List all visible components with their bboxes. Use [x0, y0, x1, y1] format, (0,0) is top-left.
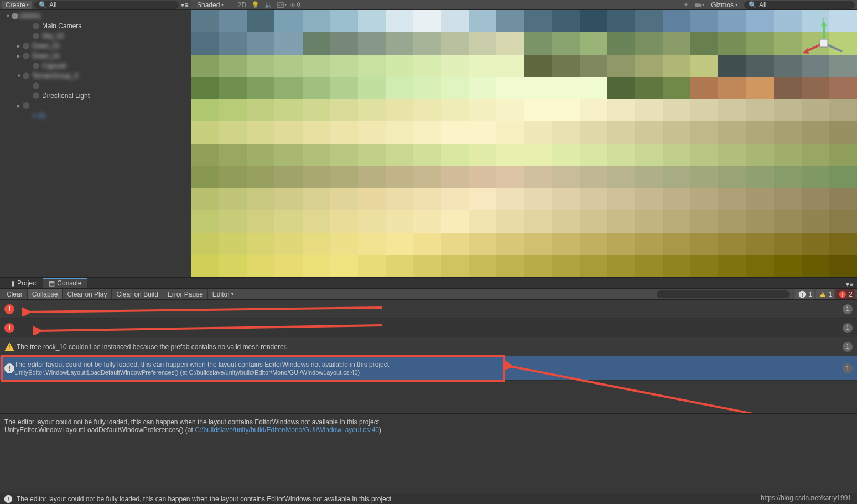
clear-on-play-toggle[interactable]: Clear on Play	[63, 289, 112, 299]
hierarchy-item-label: Down_01	[32, 42, 60, 50]
fx-toggle[interactable]: ▾	[277, 1, 287, 9]
svg-point-2	[292, 4, 294, 6]
gizmos-dropdown[interactable]: Gizmos▾	[708, 1, 741, 9]
eye-icon	[290, 1, 295, 9]
panel-context-menu-button[interactable]: ▾≡	[846, 280, 854, 288]
console-status-bar[interactable]: ! The editor layout could not be fully l…	[0, 493, 857, 504]
warning-icon	[4, 342, 14, 351]
hierarchy-item-label: Down_01	[32, 52, 60, 60]
collapse-toggle[interactable]: Collapse	[28, 289, 63, 299]
mode-2d-toggle[interactable]: 2D	[237, 1, 247, 9]
create-label: Create	[6, 1, 25, 9]
error-icon: !	[839, 290, 846, 298]
scene-fx-button[interactable]	[681, 1, 691, 9]
tab-label: Project	[17, 279, 38, 287]
gameobject-icon	[32, 32, 40, 40]
sparkle-icon	[682, 1, 690, 9]
search-icon: 🔍	[749, 1, 757, 9]
hierarchy-row[interactable]: Main Camera	[0, 21, 191, 31]
editor-dropdown[interactable]: Editor▾	[208, 289, 238, 299]
svg-marker-7	[802, 48, 809, 54]
gameobject-icon	[22, 72, 30, 80]
dropdown-arrow-icon: ▾	[231, 292, 233, 297]
console-message-row[interactable]: The tree rock_10 couldn't be instanced b…	[0, 337, 857, 356]
warning-icon	[819, 292, 825, 297]
dropdown-arrow-icon: ▾	[284, 2, 287, 7]
folder-icon: ▮	[11, 279, 15, 287]
detail-line-1: The editor layout could not be fully loa…	[4, 418, 853, 426]
console-message-list[interactable]: ! 1 ! 1 The tree rock_10 couldn't be ins…	[0, 300, 857, 413]
hierarchy-item-label: n (6)	[32, 112, 46, 119]
console-search-input[interactable]	[657, 290, 790, 298]
tab-console[interactable]: ▤Console	[43, 278, 87, 288]
console-message-row[interactable]: ! 1	[0, 319, 857, 337]
gameobject-icon	[32, 82, 40, 90]
bottom-panel: ▮Project ▤Console ▾≡ Clear Collapse Clea…	[0, 277, 857, 504]
hierarchy-row[interactable]: Directional Light	[0, 91, 191, 101]
svg-marker-5	[821, 20, 827, 26]
message-text: The tree rock_10 couldn't be instanced b…	[17, 343, 843, 351]
hierarchy-row[interactable]: ▼TerrainGroup_0	[0, 71, 191, 81]
counter-label: 1	[808, 290, 812, 298]
hierarchy-row[interactable]: Capsule	[0, 61, 191, 71]
hierarchy-list[interactable]: ▼100001 Main Camera Sky_02 ▶Down_01 ▶Dow…	[0, 10, 191, 277]
hierarchy-row[interactable]: ▶	[0, 101, 191, 111]
hierarchy-context-menu-button[interactable]: ▾≡	[181, 1, 189, 9]
scene-panel: Shaded▾ 2D 💡 🔈 ▾ 0 ▾ Gizmos▾ 🔍 All y	[191, 0, 857, 277]
info-icon: !	[4, 495, 12, 502]
hierarchy-row[interactable]: ▼100001	[0, 11, 191, 21]
console-icon: ▤	[49, 279, 55, 287]
image-icon	[277, 1, 284, 9]
scene-view[interactable]: y	[191, 10, 857, 277]
svg-rect-3	[695, 3, 700, 7]
hierarchy-row[interactable]: ▶Down_01	[0, 41, 191, 51]
gameobject-icon	[22, 52, 30, 60]
scene-gizmo[interactable]: y	[799, 18, 849, 68]
error-pause-toggle[interactable]: Error Pause	[163, 289, 208, 299]
scene-camera-button[interactable]: ▾	[694, 1, 704, 9]
info-icon: !	[799, 290, 806, 298]
error-filter-toggle[interactable]: !2	[835, 289, 855, 299]
dropdown-arrow-icon: ▾	[702, 2, 704, 7]
console-message-row[interactable]: ! 1	[0, 300, 857, 319]
console-toolbar: Clear Collapse Clear on Play Clear on Bu…	[0, 289, 857, 300]
error-icon: !	[4, 304, 14, 314]
hierarchy-row[interactable]: ▶Down_01	[0, 51, 191, 61]
svg-rect-9	[820, 39, 828, 47]
console-message-row[interactable]: ! The editor layout could not be fully l…	[0, 356, 857, 381]
audio-toggle[interactable]: 🔈	[263, 1, 273, 9]
info-icon: !	[4, 363, 14, 373]
hierarchy-row[interactable]: n (6)	[0, 111, 191, 121]
shading-mode-dropdown[interactable]: Shaded▾	[194, 1, 227, 9]
info-filter-toggle[interactable]: !1	[795, 289, 814, 299]
file-path-link[interactable]: C:/buildslave/unity/build/Editor/Mono/GU…	[195, 426, 379, 434]
hierarchy-row[interactable]: Sky_02	[0, 31, 191, 41]
hierarchy-item-label: 100001	[19, 12, 41, 20]
scene-visibility-toggle[interactable]: 0	[290, 1, 300, 9]
detail-line-2: UnityEditor.WindowLayout:LoadDefaultWind…	[4, 426, 853, 434]
gameobject-icon	[32, 22, 40, 30]
console-detail-pane[interactable]: The editor layout could not be fully loa…	[0, 413, 857, 493]
camera-icon	[694, 1, 702, 9]
search-icon: 🔍	[39, 1, 47, 9]
tab-project[interactable]: ▮Project	[6, 278, 43, 288]
message-count: 1	[843, 304, 853, 314]
shading-mode-label: Shaded	[197, 1, 220, 9]
clear-on-build-toggle[interactable]: Clear on Build	[112, 289, 163, 299]
lighting-toggle[interactable]: 💡	[250, 1, 260, 9]
gameobject-icon	[22, 102, 30, 110]
hierarchy-item-label: Sky_02	[42, 32, 64, 40]
speaker-icon: 🔈	[264, 1, 273, 9]
hierarchy-row[interactable]	[0, 81, 191, 91]
dropdown-arrow-icon: ▾	[27, 2, 29, 7]
axis-y-label: y	[822, 18, 825, 21]
warn-filter-toggle[interactable]: 1	[816, 289, 835, 299]
search-placeholder: All	[49, 1, 56, 9]
create-button[interactable]: Create ▾	[2, 1, 32, 9]
scene-search-input[interactable]: 🔍 All	[744, 1, 855, 9]
hierarchy-search-input[interactable]: 🔍 All	[34, 1, 179, 9]
message-text: The editor layout could not be fully loa…	[14, 361, 843, 376]
gameobject-icon	[32, 92, 40, 100]
clear-button[interactable]: Clear	[2, 289, 28, 299]
unity-icon	[11, 12, 19, 20]
